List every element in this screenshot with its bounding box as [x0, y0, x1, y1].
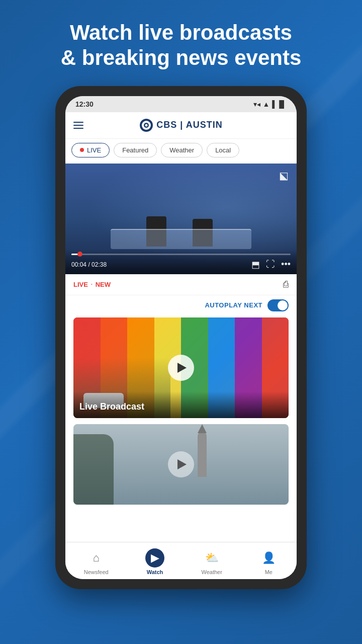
- app-logo: CBS | AUSTIN: [139, 118, 222, 132]
- control-icons: ⬒ ⛶ •••: [251, 259, 291, 270]
- live-label: LIVE: [73, 281, 88, 288]
- menu-line: [73, 122, 83, 123]
- svg-point-3: [145, 124, 148, 126]
- tab-weather[interactable]: Weather: [161, 143, 203, 157]
- nav-me-icon-wrap: 👤: [259, 548, 278, 568]
- menu-line: [73, 125, 83, 126]
- status-icons: ▾◂ ▲▐ ▐▌: [253, 100, 287, 108]
- nav-me-label: Me: [265, 569, 273, 575]
- video-controls: 00:04 / 02:38 ⬒ ⛶ •••: [65, 250, 297, 274]
- cast-icon[interactable]: ⬕: [279, 170, 289, 182]
- tab-featured-label: Featured: [122, 146, 148, 154]
- video-card-1-label: Live Broadcast: [73, 391, 289, 418]
- studio-desk: [111, 229, 251, 249]
- play-triangle-icon-2: [177, 459, 187, 469]
- menu-line: [73, 128, 83, 129]
- rocket-body: [198, 432, 207, 477]
- nav-item-watch[interactable]: ▶ Watch: [140, 546, 169, 577]
- status-bar: 12:30 ▾◂ ▲▐ ▐▌: [65, 96, 297, 112]
- nav-newsfeed-icon-wrap: ⌂: [86, 548, 106, 568]
- signal-icon: ▲▐: [262, 100, 275, 108]
- profile-icon: 👤: [262, 551, 276, 565]
- video-thumb-1: Live Broadcast: [73, 317, 289, 418]
- phone-screen: 12:30 ▾◂ ▲▐ ▐▌ CBS: [65, 96, 297, 579]
- tab-live-label: LIVE: [87, 146, 101, 154]
- nav-watch-label: Watch: [147, 569, 163, 575]
- phone-frame: 12:30 ▾◂ ▲▐ ▐▌ CBS: [55, 86, 307, 589]
- time-display: 00:04 / 02:38: [71, 261, 107, 268]
- tab-featured[interactable]: Featured: [114, 143, 157, 157]
- wifi-icon: ▾◂: [253, 100, 260, 108]
- nav-item-newsfeed[interactable]: ⌂ Newsfeed: [79, 546, 114, 577]
- bottom-nav: ⌂ Newsfeed ▶ Watch ⛅ Weather 👤 M: [65, 542, 297, 579]
- live-separator: ·: [91, 282, 93, 287]
- tab-live[interactable]: LIVE: [71, 143, 110, 157]
- current-time: 00:04: [71, 261, 86, 268]
- watch-play-icon: ▶: [151, 551, 159, 565]
- live-indicator-dot: [80, 148, 84, 152]
- video-thumb-2: [73, 424, 289, 505]
- subtitles-icon[interactable]: ⬒: [251, 259, 260, 270]
- cbs-eye-icon: [139, 118, 153, 132]
- app-header: CBS | AUSTIN: [65, 112, 297, 139]
- nav-weather-label: Weather: [201, 569, 222, 575]
- live-badge-row: LIVE · NEW ⎙: [65, 274, 297, 295]
- tree-shape: [73, 434, 114, 505]
- video-player[interactable]: ⬕ 00:04 / 02:38 ⬒ ⛶ •••: [65, 164, 297, 274]
- total-time: 02:38: [92, 261, 107, 268]
- nav-newsfeed-label: Newsfeed: [84, 569, 109, 575]
- video-card-1[interactable]: Live Broadcast: [73, 317, 289, 418]
- tab-local-label: Local: [215, 146, 231, 154]
- more-options-icon[interactable]: •••: [281, 259, 291, 270]
- nav-watch-icon-wrap: ▶: [145, 548, 164, 568]
- controls-row: 00:04 / 02:38 ⬒ ⛶ •••: [71, 259, 291, 270]
- play-triangle-icon: [177, 363, 187, 373]
- headline-line1: Watch live broadcasts: [70, 21, 292, 44]
- new-label: NEW: [96, 281, 111, 288]
- app-logo-text: CBS | AUSTIN: [156, 120, 222, 130]
- play-button[interactable]: [168, 355, 194, 381]
- toggle-knob: [278, 300, 288, 310]
- autoplay-row: AUTOPLAY NEXT: [65, 295, 297, 315]
- autoplay-label: AUTOPLAY NEXT: [205, 301, 262, 309]
- live-badge: LIVE · NEW: [73, 281, 111, 288]
- progress-bar[interactable]: [71, 254, 291, 255]
- tab-weather-label: Weather: [169, 146, 194, 154]
- rocket-background: [73, 424, 289, 505]
- tab-local[interactable]: Local: [207, 143, 239, 157]
- rocket-nose: [198, 424, 207, 433]
- nav-weather-icon-wrap: ⛅: [202, 548, 221, 568]
- battery-icon: ▐▌: [277, 100, 287, 108]
- share-icon[interactable]: ⎙: [283, 279, 289, 290]
- fullscreen-icon[interactable]: ⛶: [266, 259, 275, 270]
- content-area: LIVE · NEW ⎙ AUTOPLAY NEXT: [65, 274, 297, 542]
- headline: Watch live broadcasts & breaking news ev…: [31, 0, 332, 86]
- nav-item-me[interactable]: 👤 Me: [254, 546, 283, 577]
- autoplay-toggle[interactable]: [267, 299, 289, 311]
- home-icon: ⌂: [93, 551, 100, 565]
- filter-tabs: LIVE Featured Weather Local: [65, 139, 297, 164]
- nav-item-weather[interactable]: ⛅ Weather: [196, 546, 227, 577]
- hamburger-menu-button[interactable]: [73, 122, 83, 129]
- play-button-2[interactable]: [168, 451, 194, 477]
- headline-line2: & breaking news events: [61, 46, 302, 69]
- weather-icon: ⛅: [205, 551, 219, 565]
- progress-dot: [77, 252, 82, 257]
- status-time: 12:30: [75, 100, 94, 108]
- video-card-2[interactable]: [73, 424, 289, 505]
